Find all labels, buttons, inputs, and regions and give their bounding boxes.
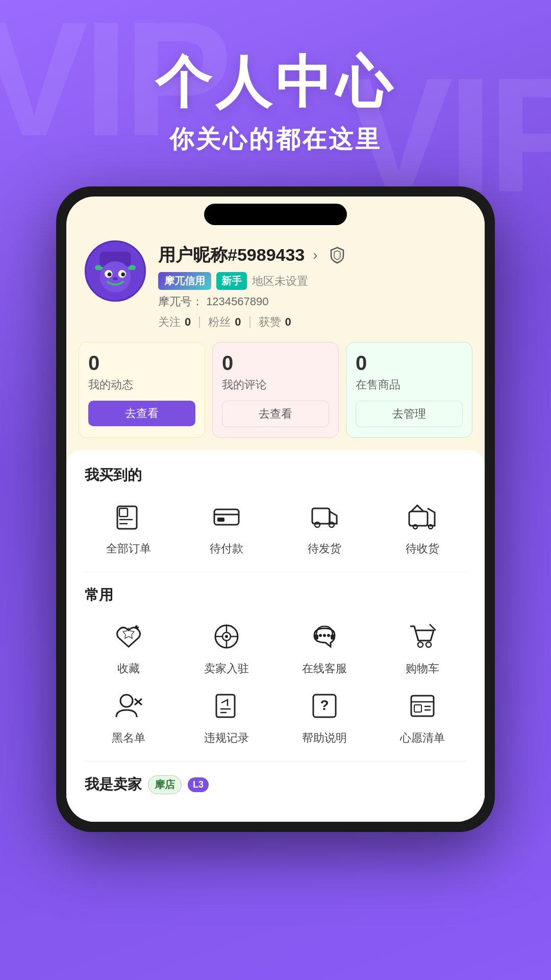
- follow-stat: 关注 0: [158, 314, 191, 330]
- svg-point-40: [120, 695, 133, 707]
- svg-rect-10: [119, 508, 128, 517]
- location-tag: 地区未设置: [252, 274, 308, 289]
- cart-label: 购物车: [406, 661, 439, 676]
- profile-section: 用户昵称#5989433 › 摩兀信用: [66, 225, 485, 342]
- stat-card-dynamics: 0 我的动态 去查看: [79, 342, 205, 438]
- white-content: 我买到的: [66, 450, 485, 822]
- phone-mockup: 用户昵称#5989433 › 摩兀信用: [56, 186, 495, 832]
- online-support-item[interactable]: 在线客服: [281, 617, 368, 676]
- comments-view-button[interactable]: 去查看: [222, 401, 329, 427]
- svg-point-37: [418, 642, 423, 647]
- new-tag: 新手: [216, 272, 247, 290]
- seller-badge-text: 摩店: [155, 779, 175, 790]
- selling-label: 在售商品: [356, 377, 463, 393]
- blacklist-label: 黑名单: [112, 730, 145, 746]
- likes-label: 获赞: [259, 314, 281, 330]
- stat-divider-2: [249, 316, 251, 328]
- id-label: 摩兀号：: [158, 295, 203, 308]
- follow-value: 0: [185, 315, 191, 329]
- online-support-label: 在线客服: [302, 661, 347, 676]
- svg-rect-13: [214, 509, 239, 525]
- svg-rect-50: [414, 705, 421, 712]
- svg-point-27: [225, 635, 228, 638]
- fans-label: 粉丝: [208, 314, 231, 330]
- violation-label: 违规记录: [204, 730, 249, 746]
- seller-badge: 摩店: [148, 775, 182, 794]
- wishlist-icon: [403, 687, 442, 725]
- svg-point-38: [426, 642, 431, 647]
- common-title: 常用: [85, 585, 466, 605]
- profile-stats: 关注 0 粉丝 0 获赞: [158, 314, 466, 330]
- svg-point-33: [323, 634, 326, 637]
- stat-divider-1: [199, 316, 200, 328]
- profile-arrow-icon[interactable]: ›: [313, 247, 317, 263]
- svg-rect-15: [217, 518, 224, 522]
- svg-point-34: [327, 634, 330, 637]
- shield-icon[interactable]: [326, 244, 348, 266]
- likes-stat: 获赞 0: [259, 314, 291, 330]
- svg-point-8: [113, 277, 118, 280]
- seller-section: 我是卖家 摩店 L3: [85, 775, 466, 794]
- violation-item[interactable]: 违规记录: [183, 687, 270, 746]
- avatar[interactable]: [85, 240, 146, 302]
- svg-text:?: ?: [320, 697, 329, 713]
- pending-ship-item[interactable]: 待发货: [281, 497, 368, 556]
- seller-entry-item[interactable]: 卖家入驻: [183, 617, 270, 676]
- svg-point-7: [121, 273, 125, 277]
- phone-container: 用户昵称#5989433 › 摩兀信用: [0, 186, 551, 832]
- favorites-icon: [109, 617, 148, 656]
- svg-point-6: [108, 273, 112, 277]
- credit-tag: 摩兀信用: [158, 272, 211, 290]
- pending-receive-item[interactable]: 待收货: [379, 497, 466, 556]
- svg-point-20: [413, 525, 417, 529]
- favorites-item[interactable]: 收藏: [85, 617, 172, 676]
- svg-point-3: [100, 261, 131, 292]
- cart-item[interactable]: 购物车: [379, 617, 466, 676]
- dynamics-view-button[interactable]: 去查看: [88, 401, 195, 426]
- blacklist-item[interactable]: 黑名单: [85, 687, 172, 746]
- profile-name-row: 用户昵称#5989433 ›: [158, 243, 466, 267]
- profile-tags: 摩兀信用 新手 地区未设置: [158, 272, 466, 290]
- follow-label: 关注: [158, 314, 181, 330]
- svg-rect-16: [312, 508, 330, 524]
- svg-rect-19: [409, 511, 428, 526]
- pending-payment-icon: [207, 497, 246, 536]
- fans-stat: 粉丝 0: [208, 314, 241, 330]
- header-section: 个人中心 你关心的都在这里: [0, 0, 551, 186]
- violation-icon: [207, 687, 246, 725]
- pending-payment-item[interactable]: 待付款: [183, 497, 270, 556]
- common-section: 常用: [85, 585, 466, 746]
- dynamics-number: 0: [88, 353, 195, 373]
- favorites-label: 收藏: [117, 661, 140, 676]
- divider-2: [85, 761, 466, 762]
- cart-icon: [403, 617, 442, 656]
- page-title: 个人中心: [0, 51, 551, 113]
- svg-point-21: [429, 525, 433, 529]
- pending-receive-label: 待收货: [406, 541, 439, 556]
- profile-id: 摩兀号： 1234567890: [158, 294, 466, 309]
- pending-payment-label: 待付款: [210, 541, 243, 556]
- orders-title: 我买到的: [85, 465, 466, 485]
- online-support-icon: [305, 617, 344, 656]
- seller-title: 我是卖家: [85, 775, 142, 794]
- svg-rect-43: [216, 695, 235, 717]
- pending-ship-icon: [305, 497, 344, 536]
- profile-info: 用户昵称#5989433 › 摩兀信用: [158, 240, 466, 330]
- all-orders-item[interactable]: 全部订单: [85, 497, 172, 556]
- phone-screen: 用户昵称#5989433 › 摩兀信用: [66, 197, 485, 822]
- pending-receive-icon: [403, 497, 442, 536]
- stat-card-selling: 0 在售商品 去管理: [346, 342, 472, 438]
- pending-ship-label: 待发货: [308, 541, 341, 556]
- screen-content: 用户昵称#5989433 › 摩兀信用: [66, 225, 485, 822]
- help-item[interactable]: ? 帮助说明: [281, 687, 368, 746]
- comments-number: 0: [222, 353, 329, 373]
- comments-label: 我的评论: [222, 377, 329, 393]
- selling-manage-button[interactable]: 去管理: [356, 401, 463, 427]
- blacklist-icon: [109, 687, 148, 725]
- seller-entry-label: 卖家入驻: [204, 661, 249, 676]
- svg-rect-35: [314, 634, 318, 640]
- page-subtitle: 你关心的都在这里: [0, 123, 551, 156]
- all-orders-icon: [109, 497, 148, 536]
- wishlist-item[interactable]: 心愿清单: [379, 687, 466, 746]
- stats-cards: 0 我的动态 去查看 0 我的评论 去查看 0 在售商品 去管理: [66, 342, 485, 450]
